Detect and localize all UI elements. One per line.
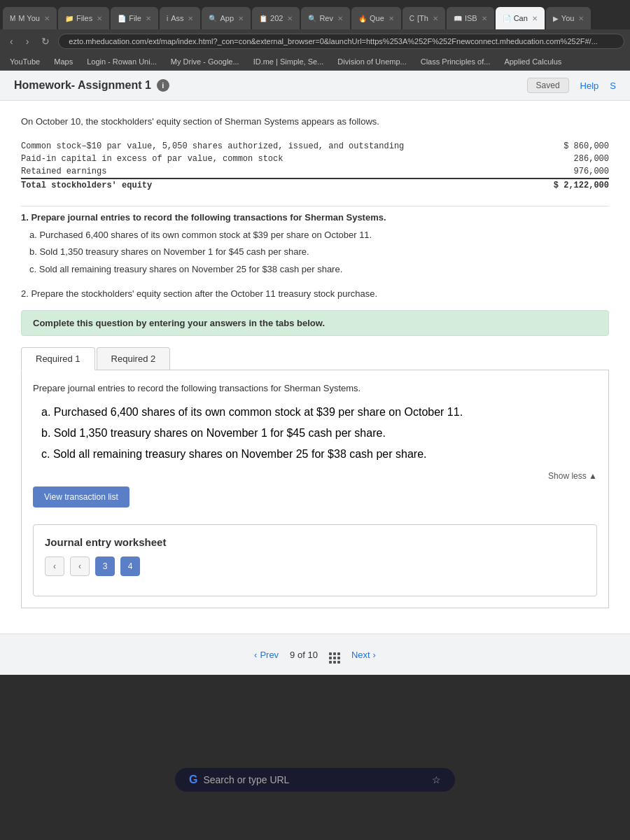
tab-yt[interactable]: ▶ You ✕ <box>546 7 592 29</box>
bookmark-idme[interactable]: ID.me | Simple, Se... <box>249 56 328 67</box>
journal-title: Journal entry worksheet <box>45 536 585 548</box>
tabs-nav: Required 1 Required 2 <box>21 347 609 370</box>
grid-dots-icon <box>329 652 340 664</box>
tab-favicon-can: 📄 <box>503 15 511 22</box>
help-link[interactable]: Help <box>580 80 599 91</box>
tab-close-file[interactable]: ✕ <box>146 15 151 22</box>
tab-app[interactable]: 🔍 App ✕ <box>202 7 251 29</box>
tab-you[interactable]: M M You ✕ <box>3 7 57 29</box>
skip-link[interactable]: S <box>610 80 616 91</box>
address-bar[interactable]: ezto.mheducation.com/ext/map/index.html?… <box>58 34 624 49</box>
next-chevron-icon: › <box>373 650 376 660</box>
tab-ass[interactable]: i Ass ✕ <box>160 7 201 29</box>
tab-favicon-you: M <box>10 15 15 22</box>
bookmark-class[interactable]: Class Principles of... <box>416 56 495 67</box>
tab-favicon-file: 📄 <box>118 15 126 22</box>
tab-label-yt: You <box>561 14 575 22</box>
tab-content: Prepare journal entries to record the fo… <box>21 370 609 608</box>
tab-close-isb[interactable]: ✕ <box>482 15 487 22</box>
view-transaction-label: View transaction list <box>44 492 118 502</box>
journal-num3-btn[interactable]: 3 <box>95 556 115 576</box>
tab-favicon-files: 📁 <box>65 15 74 22</box>
tab-rev[interactable]: 🔍 Rev ✕ <box>301 7 350 29</box>
next-page-button[interactable]: Next › <box>351 650 376 660</box>
journal-prev2-btn[interactable]: ‹ <box>70 556 90 576</box>
page-title: Homework- Assignment 1 <box>14 79 151 92</box>
questions-section: 1. Prepare journal entries to record the… <box>21 212 609 277</box>
equity-value-2: 286,000 <box>525 154 609 164</box>
bookmark-youtube[interactable]: YouTube <box>6 56 44 67</box>
tabs-container: Required 1 Required 2 Prepare journal en… <box>21 347 609 608</box>
reload-button[interactable]: ↻ <box>37 34 54 48</box>
equity-label-2: Paid-in capital in excess of par value, … <box>21 154 525 164</box>
page-header: Homework- Assignment 1 i Saved Help S <box>0 71 630 101</box>
journal-prev-btn[interactable]: ‹ <box>45 556 64 576</box>
prev-label: Prev <box>260 650 279 660</box>
tab-close-rev[interactable]: ✕ <box>337 15 343 22</box>
instruction-text: Complete this question by entering your … <box>33 318 325 328</box>
bookmark-div[interactable]: Division of Unemp... <box>333 56 410 67</box>
info-icon[interactable]: i <box>157 79 169 92</box>
equity-value-total: $ 2,122,000 <box>525 181 609 190</box>
equity-table: Common stock–$10 par value, 5,050 shares… <box>21 140 609 192</box>
star-icon: ☆ <box>432 774 441 785</box>
tab-required1[interactable]: Required 1 <box>21 347 95 370</box>
sub-b-label: b. Sold 1,350 treasury shares on Novembe… <box>29 245 609 260</box>
tab-label-app: App <box>220 14 234 22</box>
browser-footer: G Search or type URL ☆ <box>0 759 630 801</box>
tab-label-rev: Rev <box>319 14 333 22</box>
tab-close-files[interactable]: ✕ <box>97 15 102 22</box>
forward-button[interactable]: › <box>22 34 34 48</box>
tab-can[interactable]: 📄 Can ✕ <box>496 7 545 29</box>
bookmark-calc[interactable]: Applied Calculus <box>500 56 566 67</box>
tab-favicon-ass: i <box>167 15 168 22</box>
tab-close-you[interactable]: ✕ <box>44 15 50 22</box>
equity-label-total: Total stockholders' equity <box>21 181 525 190</box>
pagination-bar: ‹ Prev 9 of 10 Next › <box>0 634 630 675</box>
tab-202[interactable]: 📋 202 ✕ <box>252 7 300 29</box>
bookmark-drive[interactable]: My Drive - Google... <box>167 56 244 67</box>
equity-row-2: Paid-in capital in excess of par value, … <box>21 153 609 165</box>
tab-close-202[interactable]: ✕ <box>287 15 293 22</box>
sub-a-label: a. Purchased 6,400 shares of its own com… <box>29 228 609 243</box>
tab-th[interactable]: C [Th ✕ <box>402 7 445 29</box>
view-transaction-button[interactable]: View transaction list <box>33 486 130 507</box>
tab-files[interactable]: 📁 Files ✕ <box>58 7 109 29</box>
tab-label-files: Files <box>76 14 92 22</box>
bookmarks-bar: YouTube Maps Login - Rowan Uni... My Dri… <box>0 53 630 71</box>
equity-value-3: 976,000 <box>525 167 609 176</box>
question2-label: 2. Prepare the stockholders' equity sect… <box>21 288 609 299</box>
grid-view-icon[interactable] <box>329 645 340 664</box>
tab-close-ass[interactable]: ✕ <box>188 15 193 22</box>
bookmark-login[interactable]: Login - Rowan Uni... <box>83 56 161 67</box>
tab-close-que[interactable]: ✕ <box>388 15 394 22</box>
tab-description: Prepare journal entries to record the fo… <box>33 382 597 396</box>
page-info: 9 of 10 <box>290 650 318 660</box>
tab-close-th[interactable]: ✕ <box>433 15 438 22</box>
bookmark-maps[interactable]: Maps <box>50 56 77 67</box>
show-less-link: Show less ▲ <box>33 465 597 486</box>
tab-close-app[interactable]: ✕ <box>238 15 244 22</box>
tab-file[interactable]: 📄 File ✕ <box>111 7 158 29</box>
back-button[interactable]: ‹ <box>6 34 18 48</box>
journal-num4-btn[interactable]: 4 <box>120 556 140 576</box>
search-bar-footer[interactable]: G Search or type URL ☆ <box>175 768 455 792</box>
equity-label-1: Common stock–$10 par value, 5,050 shares… <box>21 141 525 151</box>
prev-page-button[interactable]: ‹ Prev <box>254 650 279 660</box>
show-less-button[interactable]: Show less ▲ <box>548 471 597 481</box>
tab-close-can[interactable]: ✕ <box>532 15 538 22</box>
tab-favicon-isb: 📖 <box>454 15 462 22</box>
tab-label-que: Que <box>370 14 384 22</box>
tab-sub-c: c. Sold all remaining treasury shares on… <box>41 445 597 463</box>
tab-isb[interactable]: 📖 ISB ✕ <box>447 7 494 29</box>
prev-chevron-icon: ‹ <box>254 650 257 660</box>
equity-row-1: Common stock–$10 par value, 5,050 shares… <box>21 140 609 153</box>
tab-favicon-th: C <box>410 15 414 22</box>
tab-que[interactable]: 🔥 Que ✕ <box>351 7 401 29</box>
tab-required2[interactable]: Required 2 <box>97 347 171 370</box>
problem-intro: On October 10, the stockholders' equity … <box>21 115 609 129</box>
page-title-area: Homework- Assignment 1 i <box>14 79 169 92</box>
next-label: Next <box>351 650 370 660</box>
tab-label-isb: ISB <box>465 14 477 22</box>
tab-close-yt[interactable]: ✕ <box>578 15 584 22</box>
